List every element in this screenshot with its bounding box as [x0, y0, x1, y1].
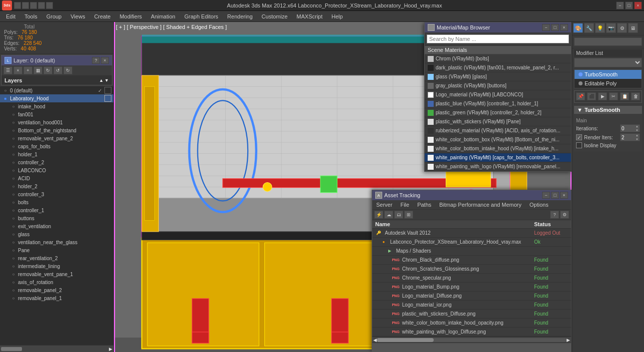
- layer-item-bottom[interactable]: ○ Bottom_of_the_nightstand: [0, 126, 113, 134]
- asset-row-logo-bump[interactable]: PNG Logo_material_Bump.png Found: [372, 283, 571, 292]
- mat-item-white-bottom-box[interactable]: white_color_bottom_box (VRayMtl) [Bottom…: [425, 135, 571, 144]
- object-name-field[interactable]: rear_ventilation_1: [574, 37, 642, 46]
- mat-item-plastic-stickers[interactable]: plastic_with_stickers (VRayMtl) [Pane]: [425, 117, 571, 126]
- asset-row-chrom-gloss[interactable]: PNG Chrom_Scratches_Glossiness.png Found: [372, 265, 571, 274]
- window-controls[interactable]: − □ ×: [616, 1, 642, 9]
- layer-dialog-help[interactable]: ?: [92, 57, 100, 64]
- layer-tool-refresh3[interactable]: ↻: [63, 66, 72, 74]
- menu-customize[interactable]: Customize: [258, 12, 292, 20]
- menu-group[interactable]: Group: [42, 12, 66, 20]
- layer-item-panel1[interactable]: ○ removable_panel_1: [0, 294, 113, 302]
- asset-menu-server[interactable]: Server: [374, 201, 394, 208]
- modifier-item-editable-poly[interactable]: Editable Poly: [575, 79, 642, 88]
- asset-tool-1[interactable]: ⚡: [374, 211, 383, 219]
- menu-tools[interactable]: Tools: [20, 12, 41, 20]
- layers-scrollbar[interactable]: ▶: [0, 345, 113, 352]
- mat-item-chrom[interactable]: Chrom (VRayMtl) [bolts]: [425, 54, 571, 63]
- layer-item-vent-glass[interactable]: ○ ventilation_near_the_glass: [0, 238, 113, 246]
- mat-browser-controls[interactable]: − □ ×: [542, 24, 568, 31]
- layer-item-ctrl2[interactable]: ○ controller_2: [0, 158, 113, 166]
- rt-btn-2[interactable]: 🔧: [584, 23, 594, 33]
- ts-arrow-down[interactable]: ▼: [636, 128, 639, 132]
- stack-btn-2[interactable]: ⬛: [587, 92, 596, 100]
- layer-item-holder1[interactable]: ○ holder_1: [0, 150, 113, 158]
- asset-tool-help[interactable]: ?: [550, 211, 559, 219]
- asset-menu-bitmap[interactable]: Bitmap Performance and Memory: [437, 201, 523, 208]
- asset-row-logo-diff[interactable]: PNG Logo_material_Diffuse.png Found: [372, 292, 571, 301]
- asset-scrollbar-thumb[interactable]: [377, 338, 434, 342]
- layer-item-labconco[interactable]: ○ LABCONCO: [0, 166, 113, 174]
- asset-row-white-opacity[interactable]: PNG white_color_bottom_intake_hood_opaci…: [372, 319, 571, 328]
- ts-arrow-up[interactable]: ▲: [636, 124, 639, 128]
- layer-item-removable1[interactable]: ○ removable_vent_pane_1: [0, 270, 113, 278]
- layer-item-glass[interactable]: ○ glass: [0, 230, 113, 238]
- layer-item-holder2[interactable]: ○ holder_2: [0, 182, 113, 190]
- asset-menu-paths[interactable]: Paths: [415, 201, 433, 208]
- asset-row-logo-ior[interactable]: PNG Logo_material_ior.png Found: [372, 301, 571, 310]
- layer-item-ctrl3[interactable]: ○ controller_3: [0, 190, 113, 198]
- layers-scroll-down[interactable]: ▼: [104, 78, 109, 83]
- ts-render-arrow-up[interactable]: ▲: [636, 133, 639, 137]
- asset-tool-3[interactable]: 🗂: [394, 211, 403, 219]
- layer-item-intake[interactable]: ○ intake_hood: [0, 102, 113, 110]
- layer-item-buttons[interactable]: ○ buttons: [0, 214, 113, 222]
- mat-item-logo[interactable]: Logo_material (VRayMtl) [LABCONCO]: [425, 90, 571, 99]
- asset-row-plastic-diff[interactable]: PNG plastic_with_stickers_Diffuse.png Fo…: [372, 310, 571, 319]
- stack-btn-1[interactable]: 📌: [576, 92, 585, 100]
- layer-item-rear-vent2[interactable]: ○ rear_ventilation_2: [0, 254, 113, 262]
- mat-item-plastic-green[interactable]: plastic_green (VRayMtl) [controller_2, h…: [425, 108, 571, 117]
- layer-tool-add[interactable]: +: [23, 66, 32, 74]
- mat-item-dark-plastic[interactable]: dark_plastic (VRayMtl) [fan001, removabl…: [425, 63, 571, 72]
- layer-item-panel2[interactable]: ○ removable_panel_2: [0, 286, 113, 294]
- mat-item-plastic-blue[interactable]: plastic_blue (VRayMtl) [controller_1, ho…: [425, 99, 571, 108]
- rt-btn-5[interactable]: ⚙: [617, 23, 627, 33]
- asset-scrollbar-track[interactable]: [377, 338, 567, 342]
- menu-graph-editors[interactable]: Graph Editors: [180, 12, 222, 20]
- layer-tool-refresh2[interactable]: ↺: [53, 66, 62, 74]
- menu-maxscript[interactable]: MAXScript: [293, 12, 327, 20]
- ts-render-iters-check[interactable]: ✓: [576, 134, 582, 140]
- stack-btn-3[interactable]: ▶: [598, 92, 607, 100]
- asset-row-chrome-spec[interactable]: PNG Chrome_specular.png Found: [372, 274, 571, 283]
- mat-item-glass[interactable]: glass (VRayMtl) [glass]: [425, 72, 571, 81]
- mat-item-gray-plastic[interactable]: gray_plastic (VRayMtl) [buttons]: [425, 81, 571, 90]
- layer-item-lab[interactable]: ■ Laboratory_Hood: [0, 94, 113, 102]
- menu-views[interactable]: Views: [66, 12, 89, 20]
- layer-dialog-controls[interactable]: ? ×: [92, 57, 109, 64]
- modifier-item-turbosmooth[interactable]: TurboSmooth: [575, 70, 642, 79]
- layer-item-bolts[interactable]: ○ bolts: [0, 198, 113, 206]
- turbosmooth-collapse-icon[interactable]: ▼: [577, 107, 583, 113]
- layer-dialog-close[interactable]: ×: [101, 57, 109, 64]
- mat-item-white-intake[interactable]: white_color_bottom_intake_hood (VRayMtl)…: [425, 144, 571, 153]
- layer-item-0[interactable]: ○ 0 (default) ✓: [0, 86, 113, 94]
- mat-item-rubber[interactable]: rubberized_material (VRayMtl) [ACID, axi…: [425, 126, 571, 135]
- asset-row-vault[interactable]: 🔑 Autodesk Vault 2012 Logged Out: [372, 229, 571, 238]
- asset-title-controls[interactable]: − □ ×: [542, 192, 568, 199]
- menu-animation[interactable]: Animation: [147, 12, 179, 20]
- asset-row-white-logo-diff[interactable]: PNG white_painting_with_logo_Diffuse.png…: [372, 328, 571, 337]
- asset-scroll-left-arrow[interactable]: ◀: [373, 338, 377, 343]
- layer-item-caps[interactable]: ○ caps_for_bolts: [0, 142, 113, 150]
- ts-render-iters-spinner[interactable]: 2 ▲ ▼: [620, 133, 640, 141]
- mat-browser-maximize[interactable]: □: [551, 24, 559, 31]
- rt-btn-3[interactable]: 💡: [595, 23, 605, 33]
- asset-close[interactable]: ×: [560, 192, 568, 199]
- asset-row-chrom-diff[interactable]: PNG Chrom_Black_diffuse.png Found: [372, 256, 571, 265]
- layers-scroll-up[interactable]: ▲: [99, 78, 103, 83]
- rt-btn-4[interactable]: 📷: [606, 23, 616, 33]
- layers-scroll-arrows[interactable]: ▲ ▼: [99, 78, 109, 83]
- layer-item-ctrl1[interactable]: ○ controller_1: [0, 206, 113, 214]
- maximize-button[interactable]: □: [625, 1, 633, 9]
- layer-tool-grid[interactable]: ▦: [33, 66, 42, 74]
- asset-maximize[interactable]: □: [551, 192, 559, 199]
- asset-row-maxfile[interactable]: ● Labconco_Protector_XStream_Laboratory_…: [372, 238, 571, 247]
- asset-tool-4[interactable]: ⊞: [404, 211, 413, 219]
- layer-item-fan[interactable]: ○ fan001: [0, 110, 113, 118]
- asset-menu-options[interactable]: Options: [528, 201, 551, 208]
- ts-iterations-spinner[interactable]: 0 ▲ ▼: [620, 124, 640, 132]
- mat-item-white-painting-logo[interactable]: white_painting_with_logo (VRayMtl) [remo…: [425, 162, 571, 171]
- mat-browser-close[interactable]: ×: [560, 24, 568, 31]
- layer-item-vent-hood[interactable]: ○ ventilation_hood001: [0, 118, 113, 126]
- rt-btn-6[interactable]: 🖥: [628, 23, 638, 33]
- layer-item-pane[interactable]: ○ Pane: [0, 246, 113, 254]
